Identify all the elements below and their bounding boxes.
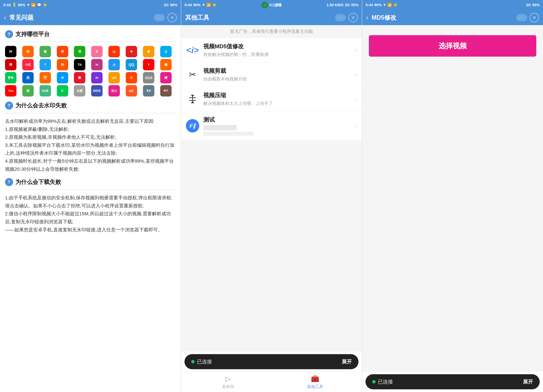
status-left-3: 5:44 90% ✦ 📶 ☀️ — [366, 3, 526, 7]
header-2: 其他工具 ··· ⊙ — [181, 10, 362, 25]
time-2: 5:44 — [185, 3, 192, 7]
conn-text-3: 已连接 — [378, 378, 393, 385]
divider-2 — [5, 113, 176, 113]
sun-icon-3: ☀️ — [393, 3, 398, 7]
faq-body-2: 去水印解析成功率为99%左右,解析失败或点击解析无反应,主要以下原因:1.原视频… — [5, 117, 176, 173]
app-icon-misc12: You — [5, 85, 17, 96]
back-button-1[interactable]: ‹ — [4, 14, 6, 21]
target-icon-2[interactable]: ⊙ — [348, 13, 358, 22]
battery-2: 90% — [193, 3, 201, 7]
tool-info-md5: 视频MD5值修改 有效解决视频的唯一性，防重检测 — [203, 43, 351, 57]
app-icon-misc8: Ar — [91, 72, 102, 84]
watermark-tab-label: 去水印 — [222, 384, 234, 389]
tool-icon-cut: ✂ — [186, 68, 199, 81]
arrow-icon-compress: › — [355, 96, 357, 102]
app-icon-misc19: 更多 — [143, 85, 154, 96]
scissors-icon: ✂ — [189, 69, 196, 79]
download-speed-2: 1.50 KB/S — [327, 3, 344, 7]
app-icon-misc7: W — [57, 72, 68, 84]
app-icon-weibo: 微 — [74, 72, 85, 84]
app-icon-misc1: 美 — [143, 46, 154, 57]
app-icon-bili: B — [91, 46, 102, 57]
header-3: ‹ MD5修改 ··· ⊙ — [362, 10, 543, 25]
tool-desc-cut: 自由截取本地视频片段 — [203, 76, 351, 82]
bluetooth-icon-3: ✦ — [383, 3, 386, 7]
tool-name-test: 测试 — [203, 116, 351, 124]
tool-item-test[interactable]: F∥ 测试 › — [181, 111, 362, 140]
panel-md5: 5:44 90% ✦ 📶 ☀️ 2G 55% ‹ MD5修改 ··· ⊙ 选择视… — [362, 0, 543, 392]
more-button-1[interactable]: ··· — [154, 14, 164, 21]
network-type-1: 2G — [164, 3, 169, 7]
sun-icon-1: ☀️ — [43, 3, 47, 7]
status-bar-2: 5:44 90% ✦ 📶 ☀️ 🌐 K1滤镜 1.50 KB/S 2G 55% — [181, 0, 362, 10]
tool-item-cut[interactable]: ✂ 视频剪裁 自由截取本地视频片段 › — [181, 62, 362, 87]
tool-icon-md5: <i> — [186, 43, 199, 57]
select-video-button[interactable]: 选择视频 — [369, 35, 536, 57]
code-icon: <i> — [186, 45, 199, 55]
section-icon-2: ? — [5, 101, 13, 110]
faq-section-platforms: ? 支持哪些平台 — [5, 30, 176, 38]
back-button-3[interactable]: ‹ — [366, 14, 368, 21]
connection-bar-3[interactable]: 已连接 展开 — [366, 374, 540, 389]
battery-level-1: 56% — [170, 3, 177, 7]
tool-info-cut: 视频剪裁 自由截取本地视频片段 — [203, 67, 351, 82]
app-icon-misc17: 至心 — [108, 85, 120, 96]
connection-bar-2[interactable]: 已连接 展开 — [185, 354, 359, 369]
arrow-icon-test: › — [355, 123, 357, 129]
faq-section-fail: ? 为什么会去水印失败 — [5, 101, 176, 110]
battery-3: 90% — [374, 3, 382, 7]
tool-item-md5[interactable]: <i> 视频MD5值修改 有效解决视频的唯一性，防重检测 › — [181, 38, 362, 62]
status-bar-3: 5:44 90% ✦ 📶 ☀️ 2G 55% — [362, 0, 543, 10]
conn-dot-3 — [372, 380, 376, 383]
status-bar-1: 5:43 🔋 90% ✦ 📶 💬 ☀️ 2G 56% — [0, 0, 181, 10]
logo-text: K1滤镜 — [270, 2, 282, 7]
tool-info-test: 测试 — [203, 116, 351, 136]
svg-marker-3 — [191, 95, 194, 97]
bluetooth-icon-1: ✦ — [27, 3, 30, 7]
tab-other-tools[interactable]: 🧰 其他工具 — [272, 375, 358, 389]
status-right-3: 2G 55% — [526, 3, 540, 7]
more-button-3[interactable]: ··· — [516, 14, 527, 21]
target-icon-1[interactable]: ⊙ — [167, 13, 177, 22]
divider-3 — [5, 190, 176, 190]
more-button-2[interactable]: ··· — [335, 14, 346, 21]
conn-dot-2 — [191, 360, 195, 363]
battery-level-3: 55% — [532, 3, 540, 7]
signal-1: 📶 — [31, 3, 35, 7]
tool-item-compress[interactable]: 视频压缩 解决视频体积太大上传慢、上传不了 › — [181, 87, 362, 111]
page-title-3: MD5修改 — [372, 14, 513, 22]
compress-icon-svg — [187, 94, 198, 104]
status-right-2: 1.50 KB/S 2G 55% — [327, 3, 358, 7]
tool-info-compress: 视频压缩 解决视频体积太大上传慢、上传不了 — [203, 91, 351, 106]
app-icon-tiktok: Tik — [74, 59, 85, 70]
signal-2: 📶 — [206, 3, 211, 7]
app-grid: 抖 快 微 西 博 B 山 今 美 Q 网 小红 T 秒 Tik In 火 QQ… — [5, 46, 176, 96]
app-icon-weishi: 微 — [40, 46, 51, 57]
app-icon-twitter: T — [40, 59, 51, 70]
section-title-1: 支持哪些平台 — [15, 30, 50, 38]
app-icon-huoshan: 山 — [108, 46, 120, 57]
logo-center: 🌐 K1滤镜 — [261, 0, 282, 10]
app-icon-misc10: QQ点 — [143, 72, 154, 84]
app-icon-xigua: 西 — [57, 46, 68, 57]
tool-name-cut: 视频剪裁 — [203, 67, 351, 75]
conn-expand-2[interactable]: 展开 — [342, 358, 352, 365]
app-icon-uc: UC — [108, 72, 120, 84]
time-3: 5:44 — [366, 3, 373, 7]
app-icon-misc5: 央 — [22, 72, 34, 84]
bottom-bar-2: ▷ 去水印 🧰 其他工具 — [181, 372, 362, 392]
target-icon-3[interactable]: ⊙ — [530, 13, 539, 22]
app-icon-wechat: 博 — [74, 46, 85, 57]
status-right-1: 2G 56% — [164, 3, 177, 7]
faq-content: ? 支持哪些平台 抖 快 微 西 博 B 山 今 美 Q 网 小红 T 秒 Ti… — [0, 25, 181, 392]
header-actions-3: ··· ⊙ — [516, 13, 539, 22]
tools-tab-label: 其他工具 — [307, 384, 323, 389]
app-icon-misc11: 播 — [160, 72, 172, 84]
tool-name-md5: 视频MD5值修改 — [203, 43, 351, 50]
panel-faq: 5:43 🔋 90% ✦ 📶 💬 ☀️ 2G 56% ‹ 常见问题 ··· ⊙ — [0, 0, 181, 392]
tab-watermark[interactable]: ▷ 去水印 — [185, 375, 272, 389]
section-icon-1: ? — [5, 30, 13, 38]
conn-expand-3[interactable]: 展开 — [523, 378, 533, 385]
ad-banner: 暂无广告，具体指引查看小程序流量主功能 — [181, 25, 362, 38]
conn-status-2: 已连接 — [191, 358, 212, 365]
